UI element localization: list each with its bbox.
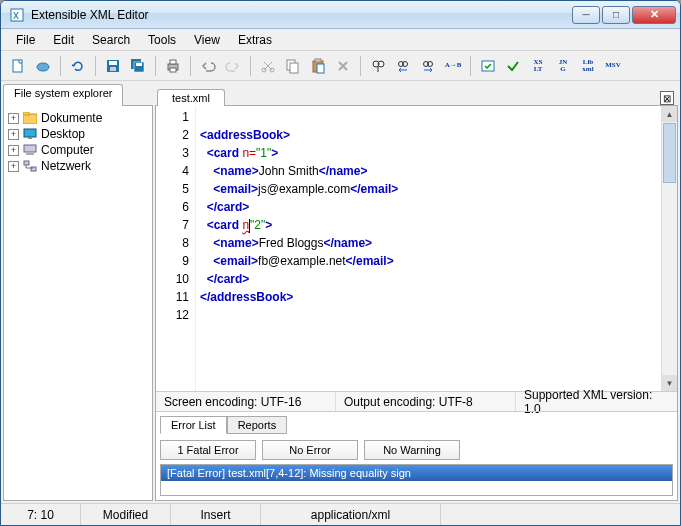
undo-icon[interactable] [197,55,219,77]
svg-rect-16 [290,63,298,73]
tree-item-network[interactable]: + Netzwerk [6,158,150,174]
mime-type: application/xml [261,504,441,525]
save-icon[interactable] [102,55,124,77]
svg-rect-19 [317,64,324,73]
menu-tools[interactable]: Tools [139,31,185,49]
find-icon[interactable] [367,55,389,77]
refresh-icon[interactable] [67,55,89,77]
validate-icon[interactable] [477,55,499,77]
app-icon: x [9,7,25,23]
tree-label: Netzwerk [41,159,91,173]
expand-icon[interactable]: + [8,129,19,140]
svg-rect-32 [26,153,34,155]
sidebar-tab[interactable]: File system explorer [3,84,123,106]
error-filter-button[interactable]: No Error [262,440,358,460]
redo-icon[interactable] [222,55,244,77]
titlebar[interactable]: x Extensible XML Editor ─ □ ✕ [1,1,680,29]
svg-rect-9 [136,63,142,66]
separator [470,56,471,76]
insert-mode: Insert [171,504,261,525]
editor-tab-strip: test.xml ⊠ [155,83,678,105]
svg-rect-6 [110,67,116,71]
fatal-error-filter-button[interactable]: 1 Fatal Error [160,440,256,460]
vertical-scrollbar[interactable]: ▲ ▼ [661,106,677,391]
menu-edit[interactable]: Edit [44,31,83,49]
sidebar: File system explorer + Dokumente + Deskt… [3,83,153,501]
menu-file[interactable]: File [7,31,44,49]
main-area: File system explorer + Dokumente + Deskt… [1,81,680,503]
editor-tab[interactable]: test.xml [157,89,225,106]
svg-point-3 [37,63,49,71]
desktop-icon [23,128,37,140]
tree-label: Computer [41,143,94,157]
cursor-position: 7: 10 [1,504,81,525]
svg-rect-18 [315,59,321,62]
window-title: Extensible XML Editor [31,8,572,22]
new-file-icon[interactable] [7,55,29,77]
save-all-icon[interactable] [127,55,149,77]
maximize-button[interactable]: □ [602,6,630,24]
paste-icon[interactable] [307,55,329,77]
print-icon[interactable] [162,55,184,77]
tree-item-desktop[interactable]: + Desktop [6,126,150,142]
bottom-panel: Error List Reports 1 Fatal Error No Erro… [156,411,677,500]
code-editor[interactable]: 123456789101112 <addressBook> <card n="1… [156,106,677,391]
svg-rect-31 [24,145,36,152]
tab-reports[interactable]: Reports [227,416,288,434]
check-icon[interactable] [502,55,524,77]
error-row[interactable]: [Fatal Error] test.xml[7,4-12]: Missing … [161,465,672,481]
app-window: x Extensible XML Editor ─ □ ✕ File Edit … [0,0,681,526]
tree-label: Desktop [41,127,85,141]
separator [250,56,251,76]
jng-icon[interactable]: JN G [552,55,574,77]
svg-text:x: x [13,8,19,22]
separator [60,56,61,76]
network-icon [23,160,37,172]
separator [155,56,156,76]
folder-icon [23,112,37,124]
open-cloud-icon[interactable] [32,55,54,77]
scroll-track[interactable] [662,184,677,375]
expand-icon[interactable]: + [8,113,19,124]
modified-status: Modified [81,504,171,525]
error-list[interactable]: [Fatal Error] test.xml[7,4-12]: Missing … [160,464,673,496]
scroll-up-icon[interactable]: ▲ [662,106,677,122]
expand-icon[interactable]: + [8,145,19,156]
expand-icon[interactable]: + [8,161,19,172]
menu-view[interactable]: View [185,31,229,49]
screen-encoding-label: Screen encoding: UTF-16 [156,392,336,411]
toolbar: A→B XS LT JN G Lib xml MSV [1,51,680,81]
find-next-icon[interactable] [417,55,439,77]
tree-item-computer[interactable]: + Computer [6,142,150,158]
close-all-tabs-icon[interactable]: ⊠ [660,91,674,105]
warning-filter-button[interactable]: No Warning [364,440,460,460]
menu-extras[interactable]: Extras [229,31,281,49]
tab-error-list[interactable]: Error List [160,416,227,434]
tree-item-documents[interactable]: + Dokumente [6,110,150,126]
delete-icon[interactable] [332,55,354,77]
tree-label: Dokumente [41,111,102,125]
separator [95,56,96,76]
menu-search[interactable]: Search [83,31,139,49]
svg-rect-33 [24,161,29,165]
close-button[interactable]: ✕ [632,6,676,24]
libxml-icon[interactable]: Lib xml [577,55,599,77]
separator [190,56,191,76]
menubar: File Edit Search Tools View Extras [1,29,680,51]
copy-icon[interactable] [282,55,304,77]
scroll-down-icon[interactable]: ▼ [662,375,677,391]
scroll-thumb[interactable] [663,123,676,183]
code-content[interactable]: <addressBook> <card n="1"> <name>John Sm… [196,106,661,391]
cut-icon[interactable] [257,55,279,77]
xslt-icon[interactable]: XS LT [527,55,549,77]
file-tree[interactable]: + Dokumente + Desktop + Computer + [3,105,153,501]
find-prev-icon[interactable] [392,55,414,77]
minimize-button[interactable]: ─ [572,6,600,24]
svg-rect-12 [170,68,176,72]
editor-area: test.xml ⊠ 123456789101112 <addressBook>… [155,83,678,501]
svg-rect-2 [13,60,22,72]
replace-icon[interactable]: A→B [442,55,464,77]
svg-rect-5 [109,61,117,65]
separator [360,56,361,76]
msv-icon[interactable]: MSV [602,55,624,77]
